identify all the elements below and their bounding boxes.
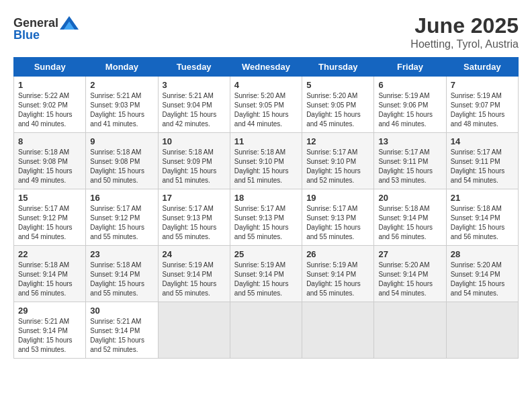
day-number: 23 [90,249,153,259]
day-number: 7 [451,80,514,90]
weekday-header-tuesday: Tuesday [158,58,230,77]
calendar-week-row: 1Sunrise: 5:22 AMSunset: 9:02 PMDaylight… [14,77,519,133]
day-number: 19 [306,193,369,203]
calendar-cell: 4Sunrise: 5:20 AMSunset: 9:05 PMDaylight… [230,77,302,133]
day-number: 18 [234,193,298,203]
day-info: Sunrise: 5:18 AMSunset: 9:10 PMDaylight:… [234,148,298,185]
calendar-cell: 10Sunrise: 5:18 AMSunset: 9:09 PMDayligh… [158,133,230,189]
day-info: Sunrise: 5:18 AMSunset: 9:08 PMDaylight:… [18,148,81,185]
calendar-cell [446,302,518,359]
day-info: Sunrise: 5:17 AMSunset: 9:10 PMDaylight:… [306,148,369,185]
calendar-cell [374,302,446,359]
logo-blue-text: Blue [13,28,40,42]
calendar-cell: 20Sunrise: 5:18 AMSunset: 9:14 PMDayligh… [374,189,446,246]
weekday-header-friday: Friday [374,58,446,77]
day-info: Sunrise: 5:20 AMSunset: 9:14 PMDaylight:… [378,261,441,298]
calendar-cell: 8Sunrise: 5:18 AMSunset: 9:08 PMDaylight… [14,133,86,189]
calendar-cell: 21Sunrise: 5:18 AMSunset: 9:14 PMDayligh… [446,189,518,246]
day-number: 26 [306,249,369,259]
day-info: Sunrise: 5:21 AMSunset: 9:03 PMDaylight:… [90,91,153,129]
calendar-cell: 22Sunrise: 5:18 AMSunset: 9:14 PMDayligh… [14,246,86,302]
day-info: Sunrise: 5:20 AMSunset: 9:05 PMDaylight:… [234,91,298,129]
day-info: Sunrise: 5:19 AMSunset: 9:14 PMDaylight:… [234,261,298,298]
day-info: Sunrise: 5:18 AMSunset: 9:14 PMDaylight:… [378,204,441,242]
calendar-cell: 2Sunrise: 5:21 AMSunset: 9:03 PMDaylight… [86,77,158,133]
calendar-cell: 23Sunrise: 5:18 AMSunset: 9:14 PMDayligh… [86,246,158,302]
calendar-cell: 30Sunrise: 5:21 AMSunset: 9:14 PMDayligh… [86,302,158,359]
day-number: 20 [378,193,441,203]
day-number: 28 [451,249,514,259]
day-number: 25 [234,249,298,259]
day-info: Sunrise: 5:18 AMSunset: 9:14 PMDaylight:… [451,204,514,242]
day-info: Sunrise: 5:17 AMSunset: 9:13 PMDaylight:… [163,204,226,242]
day-info: Sunrise: 5:17 AMSunset: 9:11 PMDaylight:… [378,148,441,185]
calendar-cell: 15Sunrise: 5:17 AMSunset: 9:12 PMDayligh… [14,189,86,246]
calendar-cell: 19Sunrise: 5:17 AMSunset: 9:13 PMDayligh… [302,189,374,246]
day-info: Sunrise: 5:20 AMSunset: 9:14 PMDaylight:… [451,261,514,298]
day-number: 3 [163,80,226,90]
day-number: 27 [378,249,441,259]
calendar-cell: 18Sunrise: 5:17 AMSunset: 9:13 PMDayligh… [230,189,302,246]
calendar-cell: 14Sunrise: 5:17 AMSunset: 9:11 PMDayligh… [446,133,518,189]
header: General Blue June 2025 Hoetting, Tyrol, … [13,13,519,50]
day-number: 16 [90,193,153,203]
day-info: Sunrise: 5:17 AMSunset: 9:13 PMDaylight:… [306,204,369,242]
calendar-cell: 13Sunrise: 5:17 AMSunset: 9:11 PMDayligh… [374,133,446,189]
day-number: 2 [90,80,153,90]
weekday-header-row: SundayMondayTuesdayWednesdayThursdayFrid… [14,58,519,77]
calendar-cell [230,302,302,359]
day-number: 5 [306,80,369,90]
month-title: June 2025 [410,13,519,38]
calendar-cell: 12Sunrise: 5:17 AMSunset: 9:10 PMDayligh… [302,133,374,189]
calendar-cell: 9Sunrise: 5:18 AMSunset: 9:08 PMDaylight… [86,133,158,189]
day-info: Sunrise: 5:17 AMSunset: 9:12 PMDaylight:… [18,204,81,242]
calendar-week-row: 22Sunrise: 5:18 AMSunset: 9:14 PMDayligh… [14,246,519,302]
day-info: Sunrise: 5:19 AMSunset: 9:14 PMDaylight:… [306,261,369,298]
weekday-header-monday: Monday [86,58,158,77]
day-info: Sunrise: 5:19 AMSunset: 9:07 PMDaylight:… [451,91,514,129]
day-number: 1 [18,80,81,90]
day-info: Sunrise: 5:18 AMSunset: 9:08 PMDaylight:… [90,148,153,185]
day-number: 12 [306,136,369,146]
calendar-cell: 1Sunrise: 5:22 AMSunset: 9:02 PMDaylight… [14,77,86,133]
weekday-header-thursday: Thursday [302,58,374,77]
day-number: 22 [18,249,81,259]
calendar-cell: 25Sunrise: 5:19 AMSunset: 9:14 PMDayligh… [230,246,302,302]
day-number: 11 [234,136,298,146]
calendar-cell: 5Sunrise: 5:20 AMSunset: 9:05 PMDaylight… [302,77,374,133]
day-number: 10 [163,136,226,146]
calendar-cell [302,302,374,359]
calendar-cell: 3Sunrise: 5:21 AMSunset: 9:04 PMDaylight… [158,77,230,133]
title-area: June 2025 Hoetting, Tyrol, Austria [410,13,519,50]
day-number: 6 [378,80,441,90]
day-number: 14 [451,136,514,146]
day-number: 15 [18,193,81,203]
day-number: 30 [90,306,153,316]
calendar-cell: 7Sunrise: 5:19 AMSunset: 9:07 PMDaylight… [446,77,518,133]
location-title: Hoetting, Tyrol, Austria [410,38,519,50]
calendar-cell: 26Sunrise: 5:19 AMSunset: 9:14 PMDayligh… [302,246,374,302]
day-info: Sunrise: 5:20 AMSunset: 9:05 PMDaylight:… [306,91,369,129]
day-number: 29 [18,306,81,316]
day-info: Sunrise: 5:19 AMSunset: 9:14 PMDaylight:… [163,261,226,298]
calendar-cell: 24Sunrise: 5:19 AMSunset: 9:14 PMDayligh… [158,246,230,302]
day-info: Sunrise: 5:18 AMSunset: 9:14 PMDaylight:… [18,261,81,298]
calendar-cell: 27Sunrise: 5:20 AMSunset: 9:14 PMDayligh… [374,246,446,302]
day-number: 17 [163,193,226,203]
calendar-cell: 17Sunrise: 5:17 AMSunset: 9:13 PMDayligh… [158,189,230,246]
calendar-cell [158,302,230,359]
day-info: Sunrise: 5:17 AMSunset: 9:13 PMDaylight:… [234,204,298,242]
day-number: 9 [90,136,153,146]
day-info: Sunrise: 5:22 AMSunset: 9:02 PMDaylight:… [18,91,81,129]
day-number: 21 [451,193,514,203]
day-info: Sunrise: 5:17 AMSunset: 9:11 PMDaylight:… [451,148,514,185]
calendar-week-row: 8Sunrise: 5:18 AMSunset: 9:08 PMDaylight… [14,133,519,189]
day-info: Sunrise: 5:18 AMSunset: 9:09 PMDaylight:… [163,148,226,185]
day-info: Sunrise: 5:18 AMSunset: 9:14 PMDaylight:… [90,261,153,298]
day-number: 4 [234,80,298,90]
calendar-table: SundayMondayTuesdayWednesdayThursdayFrid… [13,57,519,359]
weekday-header-sunday: Sunday [14,58,86,77]
day-info: Sunrise: 5:17 AMSunset: 9:12 PMDaylight:… [90,204,153,242]
day-info: Sunrise: 5:19 AMSunset: 9:06 PMDaylight:… [378,91,441,129]
calendar-cell: 29Sunrise: 5:21 AMSunset: 9:14 PMDayligh… [14,302,86,359]
